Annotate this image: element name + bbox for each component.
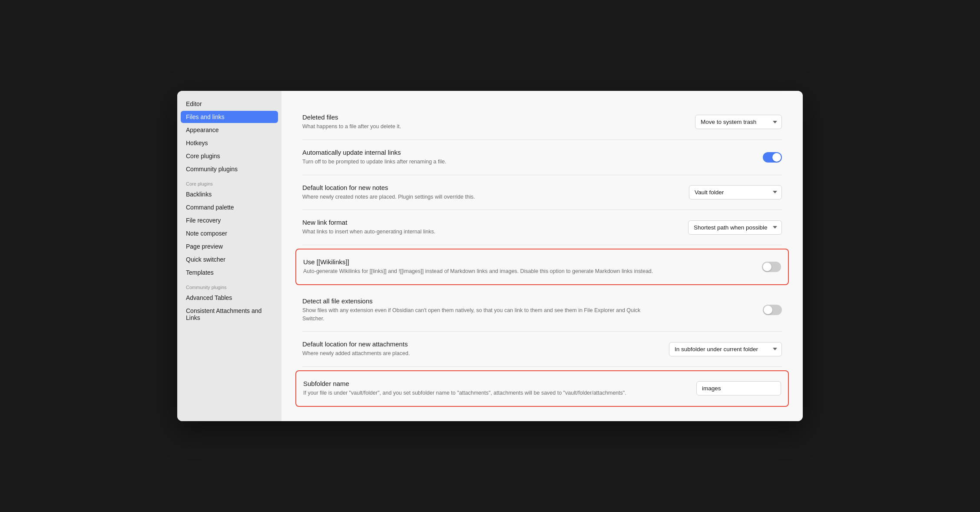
sidebar-item-consistent-attachments[interactable]: Consistent Attachments and Links: [181, 305, 278, 324]
auto-update-links-toggle[interactable]: [763, 152, 782, 163]
sidebar-item-backlinks[interactable]: Backlinks: [181, 188, 278, 200]
sidebar-item-community-plugins[interactable]: Community plugins: [181, 163, 278, 175]
subfolder-name-description: If your file is under "vault/folder", an…: [303, 389, 659, 397]
sidebar-item-file-recovery[interactable]: File recovery: [181, 214, 278, 226]
subfolder-name-input[interactable]: [696, 381, 781, 396]
auto-update-links-info: Automatically update internal links Turn…: [302, 149, 752, 166]
use-wikilinks-control[interactable]: [762, 262, 781, 272]
deleted-files-description: What happens to a file after you delete …: [302, 123, 659, 131]
subfolder-name-info: Subfolder name If your file is under "va…: [303, 380, 686, 397]
default-location-notes-control[interactable]: Vault folder Same folder as current file…: [689, 185, 782, 199]
sidebar-item-core-plugins[interactable]: Core plugins: [181, 150, 278, 162]
use-wikilinks-info: Use [[Wikilinks]] Auto-generate Wikilink…: [303, 258, 752, 276]
default-location-attachments-control[interactable]: In subfolder under current folder Same f…: [669, 342, 782, 356]
new-link-format-control[interactable]: Shortest path when possible Relative pat…: [688, 220, 782, 235]
sidebar-item-advanced-tables[interactable]: Advanced Tables: [181, 292, 278, 304]
auto-update-links-description: Turn off to be prompted to update links …: [302, 158, 659, 166]
sidebar-item-note-composer[interactable]: Note composer: [181, 227, 278, 239]
auto-update-links-setting: Automatically update internal links Turn…: [302, 140, 782, 175]
default-location-attachments-setting: Default location for new attachments Whe…: [302, 332, 782, 367]
new-link-format-title: New link format: [302, 219, 678, 226]
sidebar-item-hotkeys[interactable]: Hotkeys: [181, 137, 278, 149]
default-location-notes-info: Default location for new notes Where new…: [302, 184, 679, 201]
subfolder-name-setting: Subfolder name If your file is under "va…: [295, 370, 789, 407]
core-plugins-section-label: Core plugins: [181, 176, 278, 188]
default-location-notes-title: Default location for new notes: [302, 184, 679, 191]
deleted-files-control[interactable]: Move to system trash Move to Obsidian tr…: [695, 115, 782, 129]
subfolder-name-title: Subfolder name: [303, 380, 686, 387]
sidebar-item-page-preview[interactable]: Page preview: [181, 240, 278, 253]
detect-extensions-control[interactable]: [763, 305, 782, 315]
default-location-attachments-info: Default location for new attachments Whe…: [302, 340, 659, 358]
main-content: Deleted files What happens to a file aft…: [281, 91, 803, 421]
sidebar: Editor Files and links Appearance Hotkey…: [177, 91, 281, 421]
detect-extensions-toggle[interactable]: [763, 305, 782, 315]
sidebar-item-quick-switcher[interactable]: Quick switcher: [181, 253, 278, 266]
default-location-notes-setting: Default location for new notes Where new…: [302, 175, 782, 210]
detect-extensions-title: Detect all file extensions: [302, 297, 752, 305]
default-location-attachments-description: Where newly added attachments are placed…: [302, 349, 659, 358]
detect-extensions-description: Show files with any extension even if Ob…: [302, 306, 659, 323]
use-wikilinks-toggle[interactable]: [762, 262, 781, 272]
use-wikilinks-setting: Use [[Wikilinks]] Auto-generate Wikilink…: [295, 249, 789, 285]
new-link-format-info: New link format What links to insert whe…: [302, 219, 678, 236]
new-link-format-setting: New link format What links to insert whe…: [302, 210, 782, 245]
deleted-files-title: Deleted files: [302, 113, 685, 121]
use-wikilinks-description: Auto-generate Wikilinks for [[links]] an…: [303, 267, 659, 276]
deleted-files-select[interactable]: Move to system trash Move to Obsidian tr…: [695, 115, 782, 129]
default-location-attachments-title: Default location for new attachments: [302, 340, 659, 348]
app-window: Editor Files and links Appearance Hotkey…: [177, 91, 803, 421]
community-plugins-section-label: Community plugins: [181, 279, 278, 292]
new-link-format-description: What links to insert when auto-generatin…: [302, 228, 659, 236]
sidebar-item-files-links[interactable]: Files and links: [181, 111, 278, 123]
default-location-attachments-select[interactable]: In subfolder under current folder Same f…: [669, 342, 782, 356]
detect-extensions-info: Detect all file extensions Show files wi…: [302, 297, 752, 323]
deleted-files-info: Deleted files What happens to a file aft…: [302, 113, 685, 131]
use-wikilinks-title: Use [[Wikilinks]]: [303, 258, 752, 266]
sidebar-item-command-palette[interactable]: Command palette: [181, 201, 278, 213]
default-location-notes-description: Where newly created notes are placed. Pl…: [302, 193, 659, 201]
sidebar-item-templates[interactable]: Templates: [181, 266, 278, 279]
subfolder-name-control[interactable]: [696, 381, 781, 396]
new-link-format-select[interactable]: Shortest path when possible Relative pat…: [688, 220, 782, 235]
auto-update-links-title: Automatically update internal links: [302, 149, 752, 156]
deleted-files-setting: Deleted files What happens to a file aft…: [302, 105, 782, 140]
auto-update-links-control[interactable]: [763, 152, 782, 163]
default-location-notes-select[interactable]: Vault folder Same folder as current file…: [689, 185, 782, 199]
sidebar-item-editor[interactable]: Editor: [181, 98, 278, 110]
detect-extensions-setting: Detect all file extensions Show files wi…: [302, 289, 782, 332]
sidebar-item-appearance[interactable]: Appearance: [181, 124, 278, 136]
